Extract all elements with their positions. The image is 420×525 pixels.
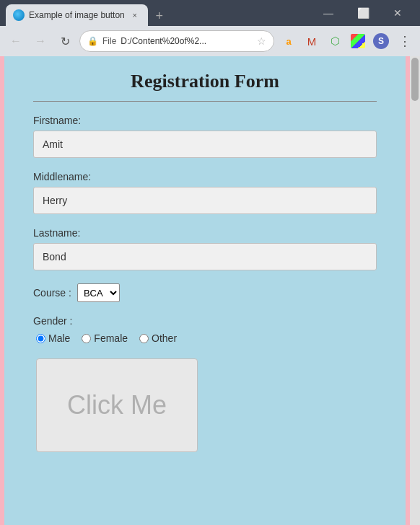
gender-other-radio[interactable] <box>139 334 149 343</box>
gender-female-option[interactable]: Female <box>82 332 128 344</box>
lastname-label: Lastname: <box>33 227 377 239</box>
puzzle-icon: ⬡ <box>331 35 340 48</box>
url-display: D:/Content%20of%2... <box>121 36 253 46</box>
menu-button[interactable]: ⋮ <box>394 31 414 51</box>
gender-male-radio[interactable] <box>36 334 45 343</box>
file-label: File <box>102 36 116 46</box>
middlename-input[interactable] <box>33 187 377 214</box>
title-bar: Example of image button × + — ⬜ ✕ <box>0 0 420 26</box>
browser-window: Example of image button × + — ⬜ ✕ ← → ↻ … <box>0 0 420 525</box>
profile-button[interactable]: S <box>371 31 391 51</box>
middlename-label: Middlename: <box>33 171 377 182</box>
content-area: Registration Form Firstname: Middlename:… <box>0 56 420 525</box>
course-row: Course : BCA MCA BSc MSc <box>33 283 377 302</box>
extensions-button[interactable]: ⬡ <box>325 31 345 51</box>
back-button[interactable]: ← <box>6 31 26 51</box>
gender-other-label: Other <box>152 332 177 344</box>
bookmark-icon[interactable]: ☆ <box>257 35 266 47</box>
lastname-field: Lastname: <box>33 227 377 270</box>
course-label: Course : <box>33 287 71 299</box>
maximize-button[interactable]: ⬜ <box>346 2 380 24</box>
scrollbar-thumb[interactable] <box>411 58 419 101</box>
new-tab-button[interactable]: + <box>149 6 170 26</box>
toolbar-icons: a M ⬡ S ⋮ <box>279 31 414 51</box>
gmail-icon: M <box>307 35 317 48</box>
forward-button[interactable]: → <box>30 31 51 51</box>
firstname-input[interactable] <box>33 131 377 158</box>
amazon-button[interactable]: a <box>279 31 299 51</box>
click-me-button[interactable]: Click Me <box>36 358 198 452</box>
toolbar: ← → ↻ 🔒 File D:/Content%20of%2... ☆ a M … <box>0 26 420 56</box>
middlename-field: Middlename: <box>33 171 377 214</box>
gender-other-option[interactable]: Other <box>139 332 177 344</box>
reload-button[interactable]: ↻ <box>55 31 75 51</box>
dots-menu-icon: ⋮ <box>398 33 411 49</box>
tab-favicon <box>13 9 25 21</box>
scrollbar-track[interactable] <box>410 56 420 525</box>
form-divider <box>33 101 377 102</box>
page-content: Registration Form Firstname: Middlename:… <box>0 56 410 525</box>
gender-male-option[interactable]: Male <box>36 332 70 344</box>
colorful-icon <box>351 34 365 48</box>
course-select[interactable]: BCA MCA BSc MSc <box>77 283 120 302</box>
gender-row: Gender : Male Female Other <box>33 315 377 344</box>
lock-icon: 🔒 <box>87 36 98 46</box>
gender-options: Male Female Other <box>33 332 377 344</box>
tab-strip: Example of image button × + <box>6 0 309 26</box>
form-title: Registration Form <box>33 71 377 92</box>
active-tab[interactable]: Example of image button × <box>6 4 148 26</box>
gender-label: Gender : <box>33 315 377 327</box>
address-bar[interactable]: 🔒 File D:/Content%20of%2... ☆ <box>79 30 274 52</box>
close-button[interactable]: ✕ <box>381 2 414 24</box>
colorful-icon-button[interactable] <box>348 31 368 51</box>
gender-male-label: Male <box>48 332 70 344</box>
amazon-icon: a <box>286 36 291 47</box>
gender-female-radio[interactable] <box>82 334 91 343</box>
gender-female-label: Female <box>94 332 128 344</box>
minimize-button[interactable]: — <box>312 2 345 24</box>
window-controls: — ⬜ ✕ <box>312 2 414 24</box>
tab-close-button[interactable]: × <box>129 9 141 21</box>
firstname-label: Firstname: <box>33 115 377 126</box>
user-avatar: S <box>373 33 389 49</box>
firstname-field: Firstname: <box>33 115 377 158</box>
tab-label: Example of image button <box>29 10 125 20</box>
lastname-input[interactable] <box>33 243 377 270</box>
gmail-button[interactable]: M <box>302 31 322 51</box>
